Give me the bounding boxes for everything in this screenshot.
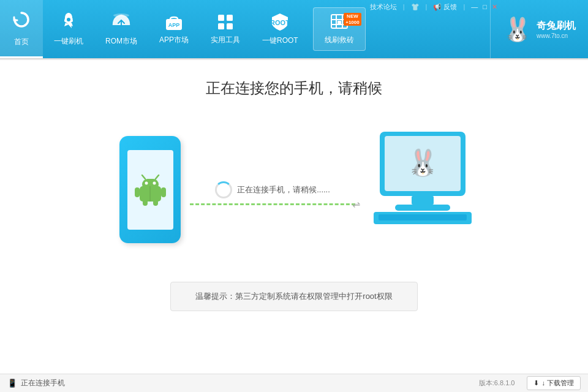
svg-line-21 <box>142 175 145 179</box>
svg-rect-24 <box>161 187 166 197</box>
nav-item-app[interactable]: APP APP市场 <box>148 0 200 58</box>
download-label: ↓ 下载管理 <box>541 379 574 388</box>
top-utility: 技术论坛 | 👕 | 📢 反馈 | — □ ✕ <box>365 0 502 13</box>
download-btn[interactable]: ⬇ ↓ 下载管理 <box>527 376 581 390</box>
nav-item-home[interactable]: 首页 <box>0 0 43 58</box>
utility-divider3: | <box>463 3 465 10</box>
maximize-btn[interactable]: □ <box>483 3 487 11</box>
app-label: APP市场 <box>159 35 189 45</box>
svg-point-20 <box>153 182 156 185</box>
svg-rect-26 <box>153 200 158 206</box>
nav-item-tools[interactable]: 实用工具 <box>200 0 251 58</box>
rabbit-icon: 🐰 <box>503 16 532 43</box>
forum-link[interactable]: 技术论坛 <box>370 2 397 12</box>
computer-illustration: 🐰 <box>368 129 478 251</box>
tip-box: 温馨提示：第三方定制系统请在权限管理中打开root权限 <box>170 282 417 311</box>
svg-rect-25 <box>143 200 148 206</box>
nav-item-rom[interactable]: ROM市场 <box>94 0 148 58</box>
svg-rect-6 <box>218 15 224 21</box>
svg-rect-23 <box>135 187 140 197</box>
download-icon: ⬇ <box>533 379 539 387</box>
navbar: 技术论坛 | 👕 | 📢 反馈 | — □ ✕ 首页 <box>0 0 588 58</box>
shirt-icon[interactable]: 👕 <box>411 3 420 11</box>
utility-divider: | <box>403 3 405 10</box>
feedback-link[interactable]: 📢 反馈 <box>433 2 457 12</box>
spinner-text: 正在连接手机，请稍候...... <box>237 184 330 195</box>
svg-rect-8 <box>218 23 224 29</box>
tip-text: 温馨提示：第三方定制系统请在权限管理中打开root权限 <box>195 292 392 301</box>
svg-rect-32 <box>395 205 450 211</box>
svg-rect-34 <box>379 214 467 221</box>
svg-point-2 <box>67 18 70 21</box>
brand-name: 奇兔刷机 <box>537 20 576 32</box>
svg-point-19 <box>145 182 148 185</box>
rom-icon <box>111 12 132 34</box>
svg-point-3 <box>113 13 129 17</box>
utility-divider2: | <box>426 3 428 10</box>
tools-label: 实用工具 <box>211 35 240 45</box>
version-text: 版本:6.8.1.0 <box>479 379 515 388</box>
svg-text:ROOT: ROOT <box>271 19 289 26</box>
svg-rect-16 <box>337 21 341 24</box>
nav-item-flash[interactable]: 一键刷机 <box>43 0 94 58</box>
usb-icon: ⇌ <box>352 198 360 210</box>
svg-rect-9 <box>227 23 233 29</box>
flash-label: 一键刷机 <box>54 36 83 47</box>
close-btn[interactable]: ✕ <box>492 3 497 11</box>
statusbar: 📱 正在连接手机 版本:6.8.1.0 ⬇ ↓ 下载管理 <box>0 374 588 392</box>
new-badge: NEW +1000 <box>344 13 361 26</box>
brand: 🐰 奇兔刷机 www.7to.cn <box>490 0 588 58</box>
phone-illustration <box>110 129 190 251</box>
main-title: 正在连接您的手机，请稍候 <box>206 78 382 98</box>
wire-label: 线刷救砖 <box>325 35 354 45</box>
root-label: 一键ROOT <box>262 36 298 46</box>
connection-area: 正在连接手机，请稍候...... ⇌ 🐰 <box>110 129 478 251</box>
brand-url: www.7to.cn <box>537 32 576 39</box>
svg-text:APP: APP <box>168 22 180 28</box>
nav-item-wire[interactable]: NEW +1000 线刷救砖 <box>313 7 366 51</box>
status-text: 正在连接手机 <box>21 378 479 388</box>
svg-text:🐰: 🐰 <box>407 148 439 178</box>
app-icon: APP <box>164 13 184 33</box>
svg-rect-31 <box>412 196 434 205</box>
svg-rect-7 <box>227 15 233 21</box>
root-icon: ROOT <box>271 12 289 34</box>
connection-spinner <box>215 181 232 198</box>
flash-icon <box>59 12 78 34</box>
nav-item-root[interactable]: ROOT 一键ROOT <box>251 0 309 58</box>
status-icon: 📱 <box>7 379 17 388</box>
app-wrapper: 技术论坛 | 👕 | 📢 反馈 | — □ ✕ 首页 <box>0 0 588 392</box>
home-label: 首页 <box>14 37 29 47</box>
rom-label: ROM市场 <box>105 36 137 47</box>
home-icon <box>11 9 32 35</box>
minimize-btn[interactable]: — <box>471 3 478 11</box>
main-content: 正在连接您的手机，请稍候 <box>0 60 588 374</box>
svg-line-22 <box>156 175 159 179</box>
tools-icon <box>216 13 235 33</box>
